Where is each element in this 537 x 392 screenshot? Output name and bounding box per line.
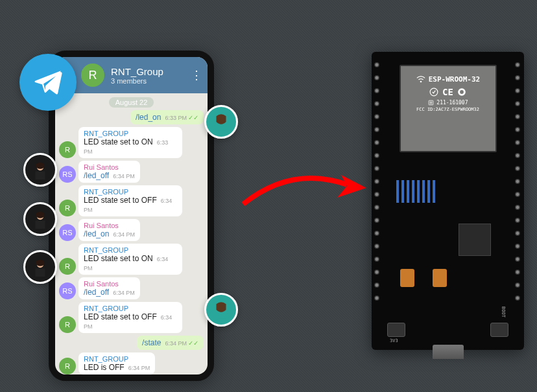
esp32-board: ESP-WROOM-32 CE 211-161007 FCC ID:2AC7Z-… <box>372 52 524 350</box>
header-pin <box>374 127 379 132</box>
header-pin <box>374 295 379 301</box>
message-bubble[interactable]: Rui Santos/led_off6:34 PM <box>78 277 140 299</box>
header-pin <box>374 257 379 262</box>
sender-avatar[interactable]: R <box>59 316 76 333</box>
en-button[interactable] <box>387 323 405 337</box>
telegram-icon <box>19 54 77 111</box>
user-avatar-female <box>204 105 238 139</box>
sender-name: RNT_GROUP <box>84 188 177 196</box>
message-time: 6:33 PM <box>165 115 187 121</box>
svg-rect-3 <box>36 172 45 180</box>
header-pin <box>515 257 520 262</box>
message-bubble[interactable]: RNT_GROUPLED state set to OFF6:34 PM <box>78 185 182 216</box>
header-pin <box>374 218 379 223</box>
message-bubble[interactable]: /led_on6:33 PM✓✓ <box>130 110 204 124</box>
user-avatar-female <box>204 293 238 327</box>
sender-name: RNT_GROUP <box>84 355 150 363</box>
header-pin <box>374 179 379 184</box>
chat-header: ← R RNT_Group 3 members ⋮ <box>55 57 208 93</box>
group-avatar[interactable]: R <box>81 63 104 87</box>
message-row[interactable]: RSRui Santos/led_off6:34 PM <box>59 161 204 183</box>
header-pin <box>515 231 520 236</box>
usb-port <box>433 345 464 359</box>
chat-subtitle: 3 members <box>111 77 191 85</box>
message-text: /led_off <box>84 171 109 180</box>
header-pin <box>515 270 520 275</box>
message-text: LED state set to OFF <box>84 312 157 321</box>
header-pin <box>374 75 379 80</box>
sender-avatar[interactable]: R <box>59 358 76 375</box>
message-row[interactable]: RSRui Santos/led_on6:34 PM <box>59 219 204 241</box>
svg-rect-7 <box>36 269 45 277</box>
message-bubble[interactable]: Rui Santos/led_on6:34 PM <box>78 219 140 241</box>
header-pin <box>374 140 379 145</box>
message-row[interactable]: RSRui Santos/led_off6:34 PM <box>59 277 204 299</box>
message-text: /led_on <box>136 113 161 122</box>
header-pin <box>515 127 520 132</box>
header-pin <box>515 295 520 301</box>
message-bubble[interactable]: RNT_GROUPLED state set to ON6:34 PM <box>78 244 182 275</box>
header-pin <box>374 166 379 171</box>
sender-avatar[interactable]: RS <box>59 166 76 183</box>
message-row[interactable]: RRNT_GROUPLED state set to ON6:33 PM <box>59 127 204 158</box>
message-bubble[interactable]: Rui Santos/led_off6:34 PM <box>78 161 140 183</box>
header-pin <box>515 244 520 249</box>
message-row[interactable]: RRNT_GROUPLED is OFF6:34 PM <box>59 352 204 375</box>
sender-name: Rui Santos <box>84 222 135 229</box>
header-pin <box>374 282 379 288</box>
header-pin <box>515 205 520 210</box>
message-time: 6:34 PM <box>128 365 150 371</box>
sender-avatar[interactable]: RS <box>59 224 76 241</box>
sender-avatar[interactable]: R <box>59 141 76 158</box>
header-pin <box>515 282 520 288</box>
header-pin <box>515 88 520 93</box>
sender-name: RNT_GROUP <box>84 130 177 137</box>
header-pin <box>374 88 379 93</box>
header-pin <box>515 62 520 67</box>
message-row[interactable]: /state6:34 PM✓✓ <box>59 336 204 350</box>
header-pin <box>374 205 379 210</box>
date-pill: August 22 <box>109 97 154 108</box>
message-row[interactable]: RRNT_GROUPLED state set to OFF6:34 PM <box>59 302 204 333</box>
svg-marker-10 <box>337 175 366 198</box>
message-text: /state <box>142 338 161 347</box>
header-pin <box>515 101 520 106</box>
message-time: 6:34 PM <box>113 173 135 179</box>
header-pin <box>515 114 520 119</box>
message-bubble[interactable]: RNT_GROUPLED is OFF6:34 PM <box>78 352 155 375</box>
mcu-chip <box>459 224 491 256</box>
sender-name: RNT_GROUP <box>84 305 177 312</box>
header-pin <box>374 231 379 236</box>
user-avatar-male <box>23 202 57 236</box>
header-pin <box>374 270 379 275</box>
sender-name: RNT_GROUP <box>84 246 177 254</box>
sender-avatar[interactable]: RS <box>59 282 76 299</box>
message-time: 6:34 PM <box>113 290 135 296</box>
sender-name: Rui Santos <box>84 280 135 288</box>
header-pin <box>515 75 520 80</box>
phone-frame: ← R RNT_Group 3 members ⋮ August 22 /led… <box>49 51 214 381</box>
header-pin <box>515 192 520 197</box>
header-pin <box>515 166 520 171</box>
header-pin <box>515 179 520 184</box>
read-check-icon: ✓✓ <box>188 114 198 121</box>
user-avatar-male <box>23 250 57 284</box>
header-pin <box>515 153 520 158</box>
message-row[interactable]: /led_on6:33 PM✓✓ <box>59 110 204 124</box>
boot-button[interactable] <box>490 323 508 337</box>
read-check-icon: ✓✓ <box>188 340 198 347</box>
sender-name: Rui Santos <box>84 163 135 171</box>
message-bubble[interactable]: RNT_GROUPLED state set to OFF6:34 PM <box>78 302 182 333</box>
message-bubble[interactable]: RNT_GROUPLED state set to ON6:33 PM <box>78 127 182 158</box>
menu-icon[interactable]: ⋮ <box>191 68 202 82</box>
message-row[interactable]: RRNT_GROUPLED state set to ON6:34 PM <box>59 244 204 275</box>
sender-avatar[interactable]: R <box>59 258 76 275</box>
wroom-module: ESP-WROOM-32 CE 211-161007 FCC ID:2AC7Z-… <box>400 65 497 152</box>
sender-avatar[interactable]: R <box>59 200 76 216</box>
message-text: LED state set to ON <box>84 137 153 146</box>
message-bubble[interactable]: /state6:34 PM✓✓ <box>137 336 204 350</box>
message-row[interactable]: RRNT_GROUPLED state set to OFF6:34 PM <box>59 185 204 216</box>
header-pin <box>374 114 379 119</box>
message-list[interactable]: /led_on6:33 PM✓✓RRNT_GROUPLED state set … <box>55 109 208 375</box>
chat-title[interactable]: RNT_Group <box>111 66 191 77</box>
